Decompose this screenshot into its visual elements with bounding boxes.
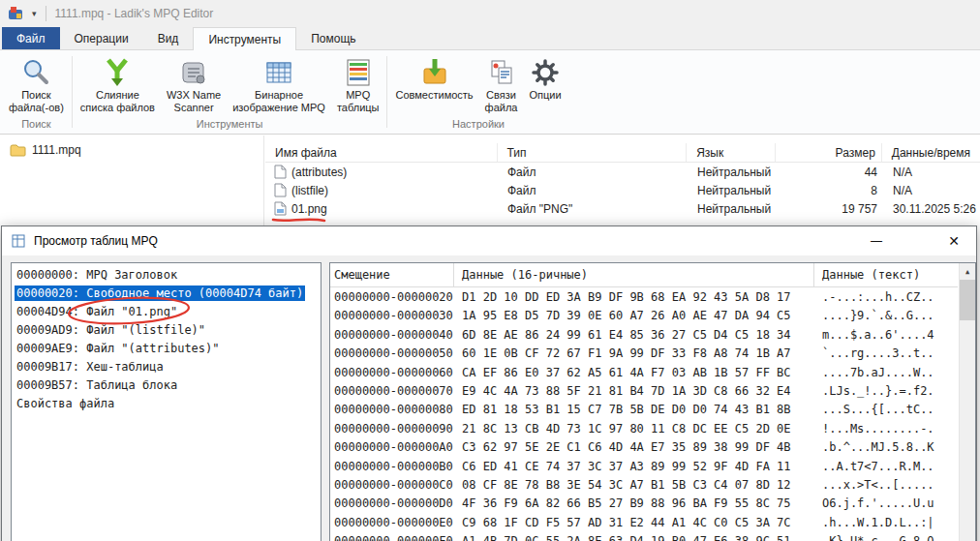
ribbon-group-search: Поиск файла(-ов) Поиск	[3, 50, 70, 134]
structure-item[interactable]: Свойства файла	[12, 395, 321, 413]
structure-item[interactable]: 00009B17: Хеш-таблица	[12, 358, 321, 376]
column-header-type[interactable]: Тип	[498, 143, 688, 162]
button-label: W3X Name	[167, 89, 221, 102]
w3x-name-scanner-button[interactable]: W3X Name Scanner	[161, 53, 227, 116]
hex-row[interactable]: 00000000-00000070E9 4C 4A 73 88 5F 21 81…	[330, 382, 958, 401]
hex-bytes: 1A 95 E8 D5 7D 39 0E 60 A7 26 A0 AE 47 D…	[454, 307, 814, 325]
column-header-size[interactable]: Размер	[776, 143, 882, 162]
tab-tools[interactable]: Инструменты	[193, 27, 296, 50]
hex-row[interactable]: 00000000-0000009021 8C 13 CB 4D 73 1C 97…	[330, 420, 958, 438]
file-row[interactable]: 01.pngФайл "PNG"Нейтральный19 75730.11.2…	[265, 199, 980, 218]
hex-column-bytes[interactable]: Данные (16-ричные)	[454, 263, 814, 286]
hex-row[interactable]: 00000000-000000C008 CF 8E 78 B8 3E 54 3C…	[330, 476, 958, 495]
structure-item[interactable]: 00000000: MPQ Заголовок	[12, 266, 321, 285]
ribbon-group-settings: Совместимость Связи файла	[389, 50, 567, 134]
file-datetime: 30.11.2025 5:26	[883, 202, 980, 216]
hex-row[interactable]: 00000000-000000B0C6 ED 41 CE 74 37 3C 37…	[330, 458, 958, 476]
button-label: MPQ	[346, 89, 370, 102]
hex-bytes: C6 ED 41 CE 74 37 3C 37 A3 89 99 52 9F 4…	[454, 458, 814, 476]
structure-item[interactable]: 00004D94: Файл "01.png"	[12, 303, 321, 321]
tab-view[interactable]: Вид	[143, 27, 194, 49]
file-type: Файл	[498, 184, 688, 197]
hex-row[interactable]: 00000000-000000406D 8E AE 86 24 99 61 E4…	[330, 326, 958, 345]
hex-row[interactable]: 00000000-00000020D1 2D 10 DD ED 3A B9 DF…	[330, 288, 958, 307]
search-icon	[21, 55, 50, 89]
column-header-language[interactable]: Язык	[687, 143, 776, 162]
button-label: таблицы	[337, 102, 380, 114]
button-label: Scanner	[174, 102, 214, 114]
column-header-name[interactable]: Имя файла	[265, 143, 498, 162]
mpq-tables-button[interactable]: MPQ таблицы	[331, 53, 385, 116]
dialog-body: 00000000: MPQ Заголовок00000020: Свободн…	[2, 255, 976, 541]
quick-access-caret-icon[interactable]: ▾	[32, 9, 37, 18]
scrollbar-thumb[interactable]	[960, 280, 975, 320]
hex-offset: 00000000-000000B0	[330, 458, 454, 476]
column-header-datetime[interactable]: Данные/время	[882, 143, 980, 162]
hex-offset: 00000000-000000A0	[330, 438, 454, 457]
structure-item[interactable]: 00009AD9: Файл "(listfile)"	[12, 321, 321, 340]
structure-item-label: 00009B57: Таблица блока	[15, 377, 179, 393]
hex-row[interactable]: 00000000-000000A0C3 62 97 5E 2E C1 C6 4D…	[330, 438, 958, 457]
options-button[interactable]: Опции	[523, 53, 567, 104]
hex-row[interactable]: 00000000-00000060CA EF 86 E0 37 62 A5 61…	[330, 364, 958, 382]
merge-listfile-button[interactable]: Слияние списка файлов	[75, 53, 161, 116]
file-language: Нейтральный	[688, 202, 777, 216]
tab-operations[interactable]: Операции	[60, 27, 143, 49]
button-label: Опции	[529, 89, 561, 102]
hex-text: .-...:...h..CZ..	[814, 288, 934, 307]
file-name: 01.png	[291, 202, 327, 216]
hex-row[interactable]: 00000000-000000E0C9 68 1F CD F5 57 AD 31…	[330, 514, 958, 532]
hex-bytes: 6D 8E AE 86 24 99 61 E4 85 36 27 C5 D4 C…	[454, 326, 814, 345]
structure-item-label: 00009AD9: Файл "(listfile)"	[15, 322, 207, 338]
file-name-cell: (attributes)	[265, 165, 498, 179]
binary-image-button[interactable]: Бинарное изображение MPQ	[227, 53, 331, 116]
button-label: файла	[485, 102, 518, 114]
hex-offset: 00000000-00000060	[330, 364, 454, 382]
hex-text: .b.^...MJ.5.8..K	[814, 438, 934, 457]
hex-header: Смещение Данные (16-ричные) Данные (текс…	[330, 263, 958, 287]
hex-row[interactable]: 00000000-00000080ED 81 18 53 B1 15 C7 7B…	[330, 401, 958, 419]
hex-column-text[interactable]: Данные (текст)	[814, 263, 958, 286]
hex-row[interactable]: 00000000-000000301A 95 E8 D5 7D 39 0E 60…	[330, 307, 958, 325]
hex-offset: 00000000-00000030	[330, 307, 454, 325]
ribbon-tabbar: Файл Операции Вид Инструменты Помощь	[0, 27, 980, 50]
hex-bytes: C3 62 97 5E 2E C1 C6 4D 4A E7 35 89 38 9…	[454, 438, 814, 457]
hex-row[interactable]: 00000000-000000D04F 36 F9 6A 82 66 B5 27…	[330, 495, 958, 513]
structure-item[interactable]: 00009AE9: Файл "(attributes)"	[12, 340, 321, 358]
hex-text: .LJs._!..}.=.f2.	[814, 382, 934, 401]
file-type: Файл "PNG"	[498, 202, 688, 216]
hex-text: ....}9.`.&..G...	[814, 307, 934, 325]
tab-file[interactable]: Файл	[2, 27, 60, 49]
ribbon-group-label: Настройки	[389, 117, 567, 134]
mpq-tables-dialog: Просмотр таблиц MPQ — ✕ 00000000: MPQ За…	[1, 225, 977, 541]
compatibility-button[interactable]: Совместимость	[389, 53, 478, 104]
tree-item-label: 1111.mpq	[32, 143, 81, 157]
structure-item[interactable]: 00009B57: Таблица блока	[12, 376, 321, 395]
find-files-button[interactable]: Поиск файла(-ов)	[3, 53, 70, 116]
structure-item-label: 00000000: MPQ Заголовок	[15, 267, 179, 283]
dialog-title: Просмотр таблиц MPQ	[34, 234, 158, 248]
minimize-button[interactable]: —	[854, 226, 899, 255]
scroll-up-icon[interactable]: ▲	[960, 263, 975, 280]
file-row[interactable]: (attributes)ФайлНейтральный44N/A	[265, 163, 980, 181]
ribbon-group-label: Инструменты	[75, 117, 385, 134]
compatibility-icon	[420, 55, 449, 89]
hex-row[interactable]: 00000000-0000005060 1E 0B CF 72 67 F1 9A…	[330, 345, 958, 363]
close-button[interactable]: ✕	[932, 226, 976, 255]
hex-bytes: 08 CF 8E 78 B8 3E 54 3C A7 B1 5B C3 C4 0…	[454, 476, 814, 495]
file-links-button[interactable]: Связи файла	[479, 53, 524, 116]
file-row[interactable]: (listfile)ФайлНейтральный8N/A	[265, 181, 980, 199]
ribbon-group-separator	[386, 56, 387, 128]
file-size: 44	[777, 165, 883, 179]
hex-column-offset[interactable]: Смещение	[330, 263, 454, 286]
tree-item-root-archive[interactable]: 1111.mpq	[0, 135, 263, 157]
tab-help[interactable]: Помощь	[296, 27, 370, 49]
hex-row[interactable]: 00000000-000000F0A1 4B 7D 0C 55 2A 8E 63…	[330, 532, 958, 541]
hex-bytes: 4F 36 F9 6A 82 66 B5 27 B9 88 96 BA F9 5…	[454, 495, 814, 513]
hex-offset: 00000000-000000C0	[330, 476, 454, 495]
vertical-scrollbar[interactable]: ▲	[959, 263, 975, 541]
structure-item[interactable]: 00000020: Свободное место (00004D74 байт…	[12, 285, 321, 303]
file-list-header: Имя файла Тип Язык Размер Данные/время	[265, 143, 980, 163]
hex-offset: 00000000-00000090	[330, 420, 454, 438]
hex-bytes: D1 2D 10 DD ED 3A B9 DF 9B 68 EA 92 43 5…	[454, 288, 814, 307]
